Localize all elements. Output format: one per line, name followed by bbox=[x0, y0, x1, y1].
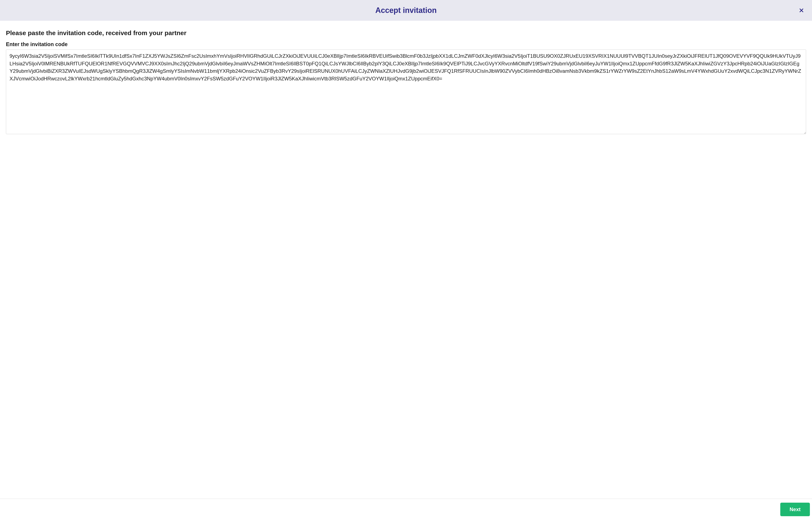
close-button[interactable] bbox=[797, 6, 806, 15]
next-button[interactable]: Next bbox=[780, 503, 810, 516]
accept-invitation-modal: Accept invitation Please paste the invit… bbox=[0, 0, 812, 520]
invitation-code-input[interactable] bbox=[6, 50, 806, 134]
modal-footer: Next bbox=[0, 499, 812, 520]
instruction-text: Please paste the invitation code, receiv… bbox=[6, 29, 806, 36]
modal-title: Accept invitation bbox=[6, 6, 806, 15]
close-icon bbox=[799, 8, 804, 13]
modal-header: Accept invitation bbox=[0, 0, 812, 21]
invitation-code-label: Enter the invitation code bbox=[6, 41, 806, 47]
modal-body: Please paste the invitation code, receiv… bbox=[0, 21, 812, 499]
